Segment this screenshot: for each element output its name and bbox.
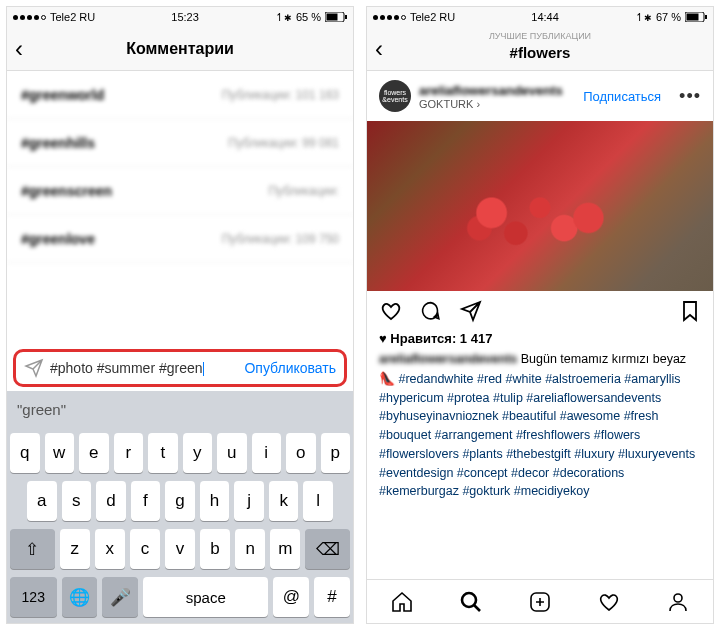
key-s[interactable]: s bbox=[62, 481, 92, 521]
hashtag-link[interactable]: #plants bbox=[462, 447, 506, 461]
more-icon[interactable]: ••• bbox=[679, 86, 701, 107]
key-c[interactable]: c bbox=[130, 529, 160, 569]
profile-tab[interactable] bbox=[666, 590, 690, 614]
battery-pct: 65 % bbox=[296, 11, 321, 23]
hashtag-link[interactable]: #awesome bbox=[560, 409, 624, 423]
key-g[interactable]: g bbox=[165, 481, 195, 521]
likes-count[interactable]: ♥ Нравится: 1 417 bbox=[367, 331, 713, 346]
page-title: Комментарии bbox=[7, 40, 353, 58]
hashtag-link[interactable]: #alstroemeria bbox=[545, 372, 624, 386]
suggestion-row[interactable]: #greenscreenПубликации: bbox=[7, 167, 353, 215]
post-username[interactable]: areliaflowersandevents bbox=[419, 83, 575, 98]
key-t[interactable]: t bbox=[148, 433, 178, 473]
key-u[interactable]: u bbox=[217, 433, 247, 473]
shift-key[interactable]: ⇧ bbox=[10, 529, 55, 569]
key-o[interactable]: o bbox=[286, 433, 316, 473]
key-v[interactable]: v bbox=[165, 529, 195, 569]
right-screenshot: Tele2 RU 14:44 ↿✱ 67 % ‹ ЛУЧШИЕ ПУБЛИКАЦ… bbox=[366, 6, 714, 624]
key-w[interactable]: w bbox=[45, 433, 75, 473]
key-f[interactable]: f bbox=[131, 481, 161, 521]
key-r[interactable]: r bbox=[114, 433, 144, 473]
mic-key[interactable]: 🎤 bbox=[102, 577, 138, 617]
backspace-key[interactable]: ⌫ bbox=[305, 529, 350, 569]
key-a[interactable]: a bbox=[27, 481, 57, 521]
search-tab[interactable] bbox=[459, 590, 483, 614]
hashtag-link[interactable]: #byhuseyinavnioznek bbox=[379, 409, 502, 423]
hashtag-link[interactable]: #hypericum bbox=[379, 391, 447, 405]
hashtag-link[interactable]: #kemerburgaz bbox=[379, 484, 462, 498]
key-e[interactable]: e bbox=[79, 433, 109, 473]
clock: 14:44 bbox=[531, 11, 559, 23]
add-tab[interactable] bbox=[528, 590, 552, 614]
hashtag-link[interactable]: #white bbox=[506, 372, 546, 386]
hashtag-link[interactable]: #protea bbox=[447, 391, 493, 405]
key-n[interactable]: n bbox=[235, 529, 265, 569]
hashtag-link[interactable]: #concept bbox=[457, 466, 511, 480]
keyboard: qwertyuiop asdfghjkl ⇧ zxcvbnm ⌫ 123 🌐 🎤… bbox=[7, 427, 353, 623]
key-h[interactable]: h bbox=[200, 481, 230, 521]
key-y[interactable]: y bbox=[183, 433, 213, 473]
publish-button[interactable]: Опубликовать bbox=[244, 360, 336, 376]
key-j[interactable]: j bbox=[234, 481, 264, 521]
back-button[interactable]: ‹ bbox=[375, 35, 383, 63]
carrier-label: Tele2 RU bbox=[50, 11, 95, 23]
hashtag-link[interactable]: #thebestgift bbox=[506, 447, 574, 461]
like-icon[interactable] bbox=[379, 299, 403, 323]
heel-emoji: 👠 bbox=[379, 371, 395, 386]
key-x[interactable]: x bbox=[95, 529, 125, 569]
key-m[interactable]: m bbox=[270, 529, 300, 569]
hashtag-link[interactable]: #beautiful bbox=[502, 409, 560, 423]
comment-icon[interactable] bbox=[419, 299, 443, 323]
globe-key[interactable]: 🌐 bbox=[62, 577, 98, 617]
hash-key[interactable]: # bbox=[314, 577, 350, 617]
hashtag-link[interactable]: #flowers bbox=[594, 428, 641, 442]
hashtag-link[interactable]: #freshflowers bbox=[516, 428, 594, 442]
post-location[interactable]: GOKTURK › bbox=[419, 98, 575, 110]
hashtag-link[interactable]: #redandwhite bbox=[398, 372, 477, 386]
suggestion-row[interactable]: #greenloveПубликации: 109 750 bbox=[7, 215, 353, 263]
key-l[interactable]: l bbox=[303, 481, 333, 521]
hashtag-link[interactable]: #gokturk bbox=[462, 484, 513, 498]
key-b[interactable]: b bbox=[200, 529, 230, 569]
key-p[interactable]: p bbox=[321, 433, 351, 473]
back-button[interactable]: ‹ bbox=[15, 35, 23, 63]
key-q[interactable]: q bbox=[10, 433, 40, 473]
key-k[interactable]: k bbox=[269, 481, 299, 521]
suggestion-row[interactable]: #greenworldПубликации: 101 163 bbox=[7, 71, 353, 119]
hashtag-link[interactable]: #amaryllis bbox=[624, 372, 680, 386]
svg-rect-1 bbox=[326, 14, 337, 21]
key-z[interactable]: z bbox=[60, 529, 90, 569]
hashtag-link[interactable]: #luxuryevents bbox=[618, 447, 695, 461]
hashtag-link[interactable]: #decorations bbox=[553, 466, 625, 480]
key-d[interactable]: d bbox=[96, 481, 126, 521]
hashtag-link[interactable]: #red bbox=[477, 372, 506, 386]
comment-input[interactable]: #photo #summer #green bbox=[50, 359, 238, 377]
hashtag-link[interactable]: #flowerslovers bbox=[379, 447, 462, 461]
keyboard-suggestion-bar[interactable]: "green" bbox=[7, 391, 353, 427]
hashtag-link[interactable]: #eventdesign bbox=[379, 466, 457, 480]
left-screenshot: Tele2 RU 15:23 ↿✱ 65 % ‹ Комментарии #gr… bbox=[6, 6, 354, 624]
hashtag-link[interactable]: #tulip bbox=[493, 391, 526, 405]
at-key[interactable]: @ bbox=[273, 577, 309, 617]
comment-compose-box: #photo #summer #green Опубликовать bbox=[13, 349, 347, 387]
space-key[interactable]: space bbox=[143, 577, 268, 617]
hashtag-link[interactable]: #areliaflowersandevents bbox=[526, 391, 661, 405]
share-icon[interactable] bbox=[459, 299, 483, 323]
hashtag-link[interactable]: #decor bbox=[511, 466, 553, 480]
caption-username[interactable]: areliaflowersandevents bbox=[379, 352, 517, 366]
activity-tab[interactable] bbox=[597, 590, 621, 614]
key-i[interactable]: i bbox=[252, 433, 282, 473]
post-image[interactable] bbox=[367, 121, 713, 291]
send-icon[interactable] bbox=[24, 358, 44, 378]
hashtag-link[interactable]: #fresh bbox=[624, 409, 659, 423]
home-tab[interactable] bbox=[390, 590, 414, 614]
follow-button[interactable]: Подписаться bbox=[583, 89, 661, 104]
hashtag-link[interactable]: #arrangement bbox=[435, 428, 516, 442]
hashtag-link[interactable]: #bouquet bbox=[379, 428, 435, 442]
numbers-key[interactable]: 123 bbox=[10, 577, 57, 617]
hashtag-link[interactable]: #mecidiyekoy bbox=[514, 484, 590, 498]
hashtag-link[interactable]: #luxury bbox=[574, 447, 618, 461]
avatar[interactable]: flowers &events bbox=[379, 80, 411, 112]
suggestion-row[interactable]: #greenhillsПубликации: 99 081 bbox=[7, 119, 353, 167]
bookmark-icon[interactable] bbox=[679, 299, 701, 323]
